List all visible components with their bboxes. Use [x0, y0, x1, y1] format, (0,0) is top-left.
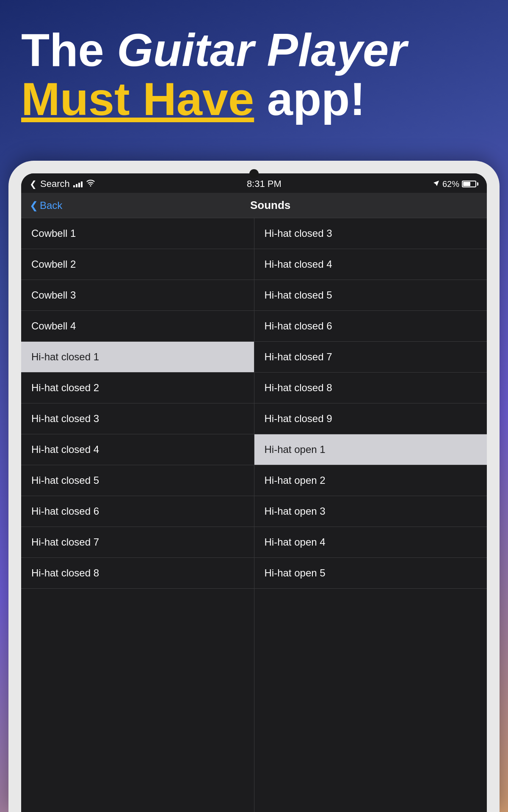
list-item[interactable]: Cowbell 4 [21, 311, 254, 342]
list-item[interactable]: Hi-hat open 5 [254, 558, 487, 589]
list-item[interactable]: Hi-hat closed 4 [254, 249, 487, 280]
location-icon [433, 179, 440, 189]
list-item[interactable]: Hi-hat open 1 [254, 434, 487, 465]
header-italic: Guitar Player [117, 24, 407, 76]
col-right: Hi-hat closed 3Hi-hat closed 4Hi-hat clo… [254, 218, 487, 812]
header-line1: The Guitar Player [21, 25, 487, 74]
list-item[interactable]: Hi-hat closed 5 [254, 280, 487, 311]
device-frame: ❮ Search 8:31 PM [8, 161, 500, 812]
list-item[interactable]: Cowbell 1 [21, 218, 254, 249]
list-item[interactable]: Hi-hat open 4 [254, 527, 487, 558]
battery-body [462, 181, 476, 187]
list-item[interactable]: Cowbell 2 [21, 249, 254, 280]
status-time: 8:31 PM [247, 178, 282, 189]
status-left: ❮ Search [30, 178, 95, 189]
back-label: Back [40, 200, 62, 211]
status-search-label: Search [40, 178, 70, 189]
battery-icon [462, 181, 478, 187]
list-item[interactable]: Hi-hat closed 3 [21, 403, 254, 434]
list-item[interactable]: Hi-hat closed 6 [254, 311, 487, 342]
must-have-text: Must Have [21, 73, 254, 125]
list-item[interactable]: Hi-hat open 3 [254, 496, 487, 527]
battery-tip [477, 182, 478, 186]
nav-bar: ❮ Back Sounds [21, 193, 487, 218]
app-text: app! [267, 73, 365, 125]
status-back-chevron: ❮ [30, 179, 37, 189]
battery-fill [463, 182, 470, 186]
list-item[interactable]: Hi-hat closed 9 [254, 403, 487, 434]
list-item[interactable]: Hi-hat closed 8 [254, 373, 487, 403]
back-chevron-icon: ❮ [30, 200, 38, 211]
camera-dot [249, 169, 259, 178]
list-item[interactable]: Hi-hat closed 8 [21, 558, 254, 589]
list-item[interactable]: Hi-hat closed 7 [21, 527, 254, 558]
list-item[interactable]: Hi-hat closed 7 [254, 342, 487, 373]
header-area: The Guitar Player Must Have app! [0, 0, 508, 140]
phone-screen: ❮ Search 8:31 PM [21, 173, 487, 812]
nav-title: Sounds [62, 199, 478, 212]
list-item[interactable]: Cowbell 3 [21, 280, 254, 311]
two-col-list: Cowbell 1Cowbell 2Cowbell 3Cowbell 4Hi-h… [21, 218, 487, 812]
signal-bar-3 [78, 183, 80, 187]
signal-bar-4 [81, 181, 83, 187]
list-item[interactable]: Hi-hat closed 1 [21, 342, 254, 373]
signal-bar-1 [73, 185, 75, 187]
list-item[interactable]: Hi-hat closed 2 [21, 373, 254, 403]
back-button[interactable]: ❮ Back [30, 200, 62, 211]
list-item[interactable]: Hi-hat closed 6 [21, 496, 254, 527]
list-area: Cowbell 1Cowbell 2Cowbell 3Cowbell 4Hi-h… [21, 218, 487, 812]
signal-bars [73, 181, 83, 187]
list-item[interactable]: Hi-hat closed 5 [21, 465, 254, 496]
col-left: Cowbell 1Cowbell 2Cowbell 3Cowbell 4Hi-h… [21, 218, 254, 812]
list-item[interactable]: Hi-hat closed 3 [254, 218, 487, 249]
status-right: 62% [433, 179, 478, 189]
signal-bar-2 [76, 184, 77, 187]
header-line2: Must Have app! [21, 74, 487, 123]
wifi-icon [86, 180, 95, 189]
battery-pct: 62% [442, 179, 459, 189]
list-item[interactable]: Hi-hat open 2 [254, 465, 487, 496]
list-item[interactable]: Hi-hat closed 4 [21, 434, 254, 465]
